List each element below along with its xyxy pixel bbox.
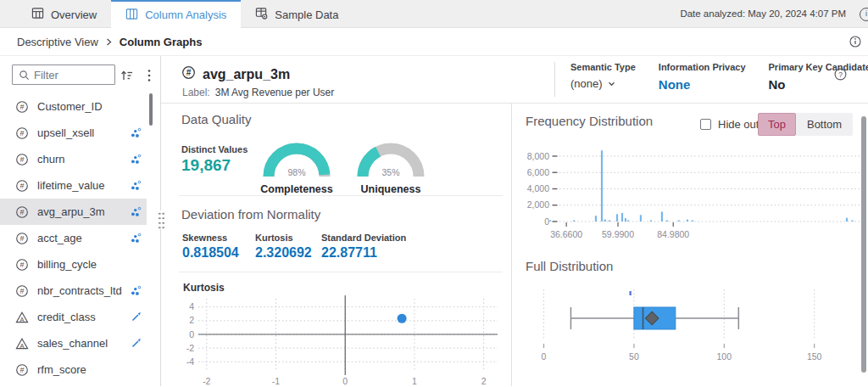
svg-text:A: A [19, 341, 24, 349]
sidebar-item-rfm_score[interactable]: #rfm_score [0, 356, 147, 383]
date-analyzed: Date analyzed: May 20, 2024 4:07 PM [680, 8, 868, 19]
svg-text:#: # [19, 261, 24, 269]
column-name-title: avg_arpu_3m [203, 67, 290, 82]
column-meta: Semantic Type (none) Information Privacy… [554, 62, 868, 97]
information-privacy-label: Information Privacy [659, 62, 746, 72]
top-button[interactable]: Top [758, 113, 796, 136]
cluster-icon [131, 233, 142, 244]
numeric-column-icon: # [15, 153, 29, 166]
numeric-column-icon: # [15, 258, 29, 272]
filter-box [12, 64, 115, 85]
column-name: billing_cycle [37, 258, 97, 271]
sidebar-menu-button[interactable] [141, 67, 158, 84]
distinct-values-label: Distinct Values [181, 144, 248, 154]
svg-text:4,000: 4,000 [527, 183, 549, 194]
sidebar-item-nbr_contracts_ltd[interactable]: #nbr_contracts_ltd [0, 278, 147, 304]
svg-text:#: # [19, 287, 24, 295]
breadcrumb-parent[interactable]: Descriptive View [17, 36, 98, 48]
character-column-icon: A [15, 337, 29, 351]
svg-text:0: 0 [542, 351, 547, 362]
sidebar-scrollbar-thumb[interactable] [149, 93, 153, 126]
svg-text:36.6600: 36.6600 [550, 229, 582, 239]
main-area: # avg_arpu_3m Label:3M Avg Revenue per U… [161, 56, 868, 386]
svg-text:#: # [19, 103, 24, 111]
skewness-label: Skewness [182, 233, 239, 243]
svg-text:2: 2 [189, 315, 194, 325]
distinct-values-value: 19,867 [181, 156, 231, 175]
completeness-gauge: 98% [256, 136, 337, 185]
svg-text:#: # [19, 366, 24, 374]
primary-key-value: No [769, 77, 868, 92]
tab-sample-data-label: Sample Data [275, 8, 338, 21]
column-label-line: Label:3M Avg Revenue per User [182, 87, 334, 98]
svg-text:59.9900: 59.9900 [602, 229, 634, 239]
standard-deviation-label: Standard Deviation [321, 233, 406, 243]
primary-key-label: Primary Key Candidate [769, 62, 868, 72]
bottom-button[interactable]: Bottom [796, 113, 853, 136]
breadcrumb-current: Column Graphs [120, 36, 203, 48]
chevron-down-icon [608, 81, 615, 87]
tab-sample-data[interactable]: Sample Data [241, 0, 353, 27]
information-privacy-value[interactable]: None [659, 77, 746, 92]
chevron-right-icon [106, 36, 112, 48]
column-name: lifetime_value [37, 179, 105, 192]
sidebar-item-upsell_xsell[interactable]: #upsell_xsell [0, 120, 147, 146]
brush-icon [131, 338, 142, 349]
svg-text:#: # [19, 234, 24, 243]
svg-text:0: 0 [189, 329, 194, 339]
brush-icon [131, 311, 142, 322]
tab-overview[interactable]: Overview [17, 0, 111, 27]
uniqueness-label: Uniqueness [340, 183, 442, 195]
column-sidebar: #Customer_ID#upsell_xsell#churn#lifetime… [0, 56, 160, 386]
corner-clipped-icon[interactable]: i [860, 8, 868, 21]
page-scrollbar-thumb[interactable] [861, 116, 866, 373]
sidebar-item-avg_arpu_3m[interactable]: #avg_arpu_3m [0, 199, 147, 225]
sidebar-item-acct_age[interactable]: #acct_age [0, 225, 147, 251]
filter-input[interactable] [34, 69, 103, 81]
cluster-icon [131, 206, 142, 217]
svg-text:#: # [19, 182, 24, 190]
help-icon[interactable]: ? [834, 68, 847, 84]
column-name: nbr_contracts_ltd [37, 284, 122, 297]
svg-text:#: # [19, 129, 24, 137]
svg-text:4: 4 [189, 301, 194, 311]
app-root: Overview Column Analysis Sample Data Dat… [0, 0, 868, 387]
stat-kurtosis: Kurtosis 2.320692 [255, 233, 312, 261]
svg-text:2: 2 [481, 376, 487, 386]
right-panel: Frequency Distribution Hide outliers Top… [511, 104, 868, 386]
kurtosis-scatter-chart: 420-2-4-2-1012 [176, 294, 503, 387]
numeric-column-icon: # [15, 100, 29, 114]
column-name: credit_class [37, 311, 96, 323]
hide-outliers-checkbox[interactable] [700, 119, 711, 130]
frequency-histogram: 02,0004,0006,0008,00036.660059.990084.98… [517, 143, 866, 244]
sort-ascending-icon [120, 69, 134, 82]
tab-column-analysis[interactable]: Column Analysis [111, 0, 241, 28]
data-quality-title: Data Quality [181, 112, 252, 126]
svg-text:50: 50 [629, 351, 639, 362]
column-name: upsell_xsell [37, 126, 94, 139]
sidebar-item-billing_cycle[interactable]: #billing_cycle [0, 251, 147, 278]
numeric-column-icon: # [181, 65, 196, 83]
column-name: sales_channel [37, 337, 108, 350]
kurtosis-value: 2.320692 [255, 245, 312, 261]
svg-text:-2: -2 [186, 343, 194, 353]
sort-columns-button[interactable] [119, 67, 136, 84]
sidebar-item-lifetime_value[interactable]: #lifetime_value [0, 172, 147, 199]
sidebar-item-sales_channel[interactable]: Asales_channel [0, 330, 147, 356]
sidebar-item-churn[interactable]: #churn [0, 146, 147, 172]
cluster-icon [131, 285, 142, 296]
svg-text:0: 0 [342, 376, 348, 386]
svg-text:84.9800: 84.9800 [657, 229, 689, 239]
full-distribution-title: Full Distribution [526, 259, 613, 273]
sidebar-item-Customer_ID[interactable]: #Customer_ID [0, 93, 147, 120]
semantic-type-dropdown[interactable]: (none) [570, 77, 636, 90]
svg-text:-2: -2 [203, 376, 210, 386]
uniqueness-gauge: 35% [350, 136, 431, 185]
svg-text:?: ? [838, 70, 843, 79]
info-icon[interactable] [849, 36, 861, 50]
sidebar-item-credit_class[interactable]: Acredit_class [0, 304, 147, 330]
kebab-icon [147, 69, 151, 82]
divider [179, 272, 503, 272]
svg-text:100: 100 [717, 351, 732, 362]
table-grid-icon [31, 7, 44, 22]
